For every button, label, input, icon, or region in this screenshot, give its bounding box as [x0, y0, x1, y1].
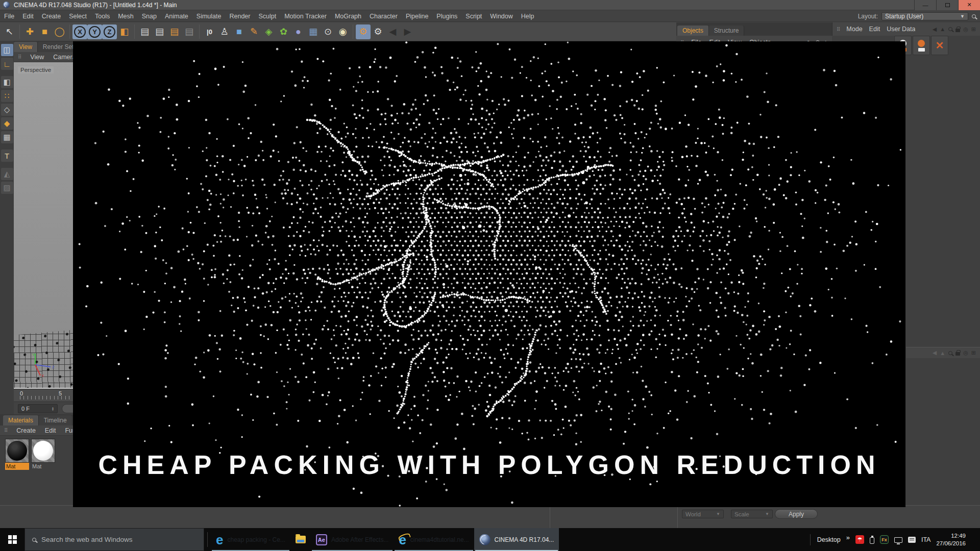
maximize-button[interactable] — [936, 0, 958, 10]
clock[interactable]: 12:49 27/06/2016 — [936, 532, 966, 547]
rotate-tool-icon[interactable]: ◯ — [52, 24, 67, 39]
character-joint-icon[interactable]: ♙ — [217, 24, 232, 39]
panel-divider[interactable] — [550, 506, 550, 529]
notifications-icon[interactable] — [908, 537, 916, 543]
minimize-button[interactable]: — — [914, 0, 936, 10]
menu-create[interactable]: Create — [42, 13, 61, 20]
menu-mograph[interactable]: MoGraph — [335, 13, 361, 20]
spline-pen-icon[interactable]: ✎ — [247, 24, 261, 39]
gears-icon[interactable]: ⚙ — [356, 24, 371, 39]
nav-forward-icon[interactable]: ▶ — [400, 24, 415, 39]
tray-expand-icon[interactable]: » — [846, 534, 850, 541]
taskbar-app-after-effects[interactable]: AeAdobe After Effects... — [311, 528, 394, 551]
coord-mode-dropdown[interactable]: Scale▼ — [731, 510, 773, 518]
render-picture-viewer-icon[interactable]: ▤ — [152, 24, 167, 39]
menu-animate[interactable]: Animate — [165, 13, 188, 20]
x-axis-lock[interactable]: X — [72, 24, 87, 39]
search-icon[interactable] — [948, 351, 952, 355]
uv-mode-icon[interactable]: ▦ — [1, 131, 13, 143]
usb-icon[interactable] — [870, 537, 874, 544]
grip-icon[interactable]: ⠿ — [4, 428, 7, 433]
tab-timeline[interactable]: Timeline — [39, 415, 72, 425]
menu-help[interactable]: Help — [521, 13, 534, 20]
antivirus-icon[interactable]: ☂ — [855, 535, 864, 544]
make-editable-icon[interactable]: ◫ — [1, 44, 13, 56]
nav-back-icon[interactable]: ◀ — [933, 26, 937, 33]
taskbar-app-cinema4d[interactable]: CINEMA 4D R17.04... — [474, 528, 559, 551]
target-icon[interactable]: ◎ — [963, 26, 968, 33]
new-panel-icon[interactable]: ⊞ — [971, 349, 976, 356]
start-button[interactable] — [0, 528, 24, 551]
panel-divider[interactable] — [677, 506, 678, 529]
camera-label[interactable]: Perspective — [18, 66, 54, 73]
nav-up-icon[interactable]: ▲ — [940, 26, 945, 32]
tab-objects[interactable]: Objects — [677, 26, 709, 36]
materials-menu-edit[interactable]: Edit — [45, 427, 56, 434]
search-icon[interactable] — [948, 27, 952, 31]
tab-structure[interactable]: Structure — [709, 26, 745, 36]
apply-button[interactable]: Apply — [775, 509, 818, 519]
layout-dropdown[interactable]: Startup (User)▼ — [881, 12, 968, 20]
camera-icon[interactable]: ⊙ — [321, 24, 335, 39]
menu-render[interactable]: Render — [229, 13, 250, 20]
material-swatch[interactable]: Mat — [5, 439, 29, 470]
nav-back-icon[interactable]: ◀ — [933, 349, 937, 356]
nav-up-icon[interactable]: ▲ — [940, 350, 945, 356]
fx-icon[interactable]: Fx — [880, 535, 889, 544]
menu-motion-tracker[interactable]: Motion Tracker — [284, 13, 327, 20]
menu-mesh[interactable]: Mesh — [118, 13, 134, 20]
menu-window[interactable]: Window — [490, 13, 512, 20]
light-icon[interactable]: ◉ — [335, 24, 350, 39]
point-mode-icon[interactable]: ∷ — [1, 90, 13, 102]
white-gear-icon[interactable]: ⚙ — [371, 24, 385, 39]
menu-edit[interactable]: Edit — [22, 13, 34, 20]
axis-mode-icon[interactable]: T — [1, 149, 13, 162]
menu-character[interactable]: Character — [370, 13, 398, 20]
delete-node-icon[interactable]: ✕ — [931, 36, 948, 55]
y-axis-lock[interactable]: Y — [87, 24, 102, 39]
menu-simulate[interactable]: Simulate — [197, 13, 222, 20]
attributes-menu-user-data[interactable]: User Data — [887, 26, 915, 33]
attributes-menu-edit[interactable]: Edit — [869, 26, 880, 33]
menu-select[interactable]: Select — [69, 13, 87, 20]
model-mode-icon[interactable]: ∟ — [1, 58, 13, 70]
menu-file[interactable]: File — [4, 13, 14, 20]
floor-icon[interactable]: ▦ — [306, 24, 321, 39]
materials-menu-create[interactable]: Create — [16, 427, 36, 434]
close-button[interactable]: ✕ — [958, 0, 980, 10]
tab-view[interactable]: View — [14, 42, 38, 52]
tab-materials[interactable]: Materials — [3, 415, 39, 425]
normals-icon[interactable]: ◭ — [1, 168, 13, 180]
current-frame-field[interactable]: 0 F ▲▼ — [18, 404, 58, 413]
render-settings-icon[interactable]: ▤ — [167, 24, 182, 39]
z-axis-lock[interactable]: Z — [102, 24, 117, 39]
menu-pipeline[interactable]: Pipeline — [406, 13, 428, 20]
viewport-menu-view[interactable]: View — [30, 54, 44, 61]
taskbar-app-edge[interactable]: echeap packing - Ce... — [211, 528, 290, 551]
live-selection-icon[interactable]: ↖ — [2, 24, 17, 39]
move-tool-icon[interactable]: ✚ — [22, 24, 37, 39]
attributes-menu-mode[interactable]: Mode — [846, 26, 862, 33]
grip-icon[interactable]: ⠿ — [18, 54, 21, 60]
menu-tools[interactable]: Tools — [95, 13, 110, 20]
orange-node-icon[interactable] — [913, 36, 930, 55]
lock-icon[interactable] — [955, 352, 960, 356]
menu-script[interactable]: Script — [465, 13, 482, 20]
spinner-arrows-icon[interactable]: ▲▼ — [52, 407, 54, 411]
menu-sculpt[interactable]: Sculpt — [258, 13, 276, 20]
grip-icon[interactable]: ⠿ — [837, 27, 840, 32]
target-icon[interactable]: ◎ — [963, 349, 968, 356]
taskbar-app-internet-explorer[interactable]: ecinema4dtutorial.ne... — [394, 528, 474, 551]
coord-space-dropdown[interactable]: World▼ — [682, 510, 724, 518]
edge-mode-icon[interactable]: ◇ — [1, 104, 13, 116]
menu-snap[interactable]: Snap — [142, 13, 157, 20]
scale-tool-icon[interactable]: ■ — [37, 24, 52, 39]
null-tool-icon[interactable]: |0 — [202, 24, 217, 39]
menu-plugins[interactable]: Plugins — [436, 13, 457, 20]
interactive-render-icon[interactable]: ▤ — [182, 24, 197, 39]
coordinate-system-icon[interactable]: ◧ — [117, 24, 132, 39]
render-view-icon[interactable]: ▤ — [137, 24, 152, 39]
material-swatch[interactable]: Mat — [31, 439, 55, 470]
nav-back-icon[interactable]: ◀ — [385, 24, 400, 39]
lock-icon[interactable] — [955, 29, 960, 32]
